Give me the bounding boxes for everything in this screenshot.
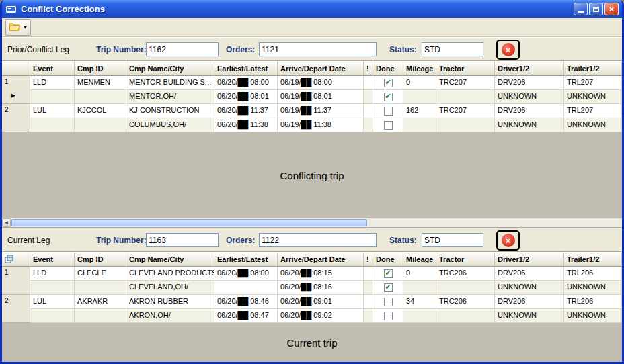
current-cancel-button[interactable]: ×	[496, 230, 520, 251]
done-checkbox[interactable]	[384, 121, 393, 130]
cell-done[interactable]: ✔	[373, 267, 403, 281]
scroll-thumb[interactable]	[11, 219, 367, 226]
col-cmp-id[interactable]: Cmp ID	[75, 252, 126, 267]
cell-empty[interactable]	[403, 90, 436, 104]
cell-trailer2[interactable]: UNKNOWN	[564, 281, 622, 295]
cell-tractor[interactable]: TRC206	[436, 267, 495, 281]
cell-driver2[interactable]: UNKNOWN	[495, 90, 564, 104]
cell-arrive[interactable]: 06/19/██ 08:00	[278, 76, 364, 90]
cell-trailer2[interactable]: UNKNOWN	[564, 90, 622, 104]
cell-cmp-name[interactable]: KJ CONSTRUCTION	[126, 104, 214, 118]
col-cmp-name-city[interactable]: Cmp Name/City	[126, 252, 214, 267]
cell-empty[interactable]	[30, 118, 75, 132]
cell-trailer1[interactable]: TRL207	[564, 104, 622, 118]
col-tractor[interactable]: Tractor	[436, 61, 495, 76]
cell-depart[interactable]: 06/20/██ 09:02	[278, 309, 364, 323]
current-status-input[interactable]	[422, 233, 483, 247]
close-button[interactable]: ×	[604, 3, 619, 15]
cell-done[interactable]: ✔	[373, 281, 403, 295]
cell-latest[interactable]: 06/20/██ 08:01	[214, 90, 278, 104]
row-selector[interactable]: 1	[2, 267, 30, 295]
row-selector[interactable]: 1 ▶	[2, 76, 30, 104]
cell-trailer2[interactable]: UNKNOWN	[564, 118, 622, 132]
done-checkbox[interactable]	[384, 312, 393, 320]
chevron-down-icon[interactable]: ▼	[23, 25, 28, 30]
cell-exclamation[interactable]	[364, 76, 373, 90]
cell-cmp-id[interactable]: MENMEN	[75, 76, 126, 90]
col-tractor[interactable]: Tractor	[436, 252, 495, 267]
cell-arrive[interactable]: 06/20/██ 08:15	[278, 267, 364, 281]
selector-header[interactable]	[2, 61, 30, 76]
cell-cmp-name[interactable]: CLEVELAND PRODUCTS	[126, 267, 214, 281]
prior-status-input[interactable]	[422, 42, 483, 56]
cell-empty[interactable]	[30, 309, 75, 323]
col-event[interactable]: Event	[30, 252, 75, 267]
cell-event[interactable]: LUL	[30, 295, 75, 309]
cell-latest[interactable]: 06/20/██ 11:38	[214, 118, 278, 132]
cell-cmp-id[interactable]: AKRAKR	[75, 295, 126, 309]
cell-done[interactable]	[373, 118, 403, 132]
cell-trailer1[interactable]: TRL206	[564, 267, 622, 281]
cell-earliest[interactable]: 06/20/██ 08:00	[214, 76, 278, 90]
cell-exclamation[interactable]	[364, 267, 373, 281]
cell-depart[interactable]: 06/20/██ 08:16	[278, 281, 364, 295]
cell-exclamation[interactable]	[364, 118, 373, 132]
col-done[interactable]: Done	[373, 61, 403, 76]
cell-depart[interactable]: 06/19/██ 11:38	[278, 118, 364, 132]
cell-latest[interactable]	[214, 281, 278, 295]
selector-header[interactable]	[2, 252, 30, 267]
cell-mileage[interactable]: 34	[403, 295, 436, 309]
cell-done[interactable]: ✔	[373, 76, 403, 90]
cell-empty[interactable]	[30, 281, 75, 295]
cell-empty[interactable]	[436, 309, 495, 323]
cell-driver1[interactable]: DRV206	[495, 104, 564, 118]
col-mileage[interactable]: Mileage	[403, 61, 436, 76]
cell-exclamation[interactable]	[364, 104, 373, 118]
cell-empty[interactable]	[403, 118, 436, 132]
cell-mileage[interactable]: 0	[403, 267, 436, 281]
maximize-button[interactable]	[589, 3, 603, 15]
cell-exclamation[interactable]	[364, 309, 373, 323]
cell-tractor[interactable]: TRC207	[436, 76, 495, 90]
cell-done[interactable]	[373, 309, 403, 323]
cell-empty[interactable]	[30, 90, 75, 104]
cell-done[interactable]	[373, 104, 403, 118]
col-arrive-depart[interactable]: Arrive/Depart Date	[278, 252, 364, 267]
cell-empty[interactable]	[403, 309, 436, 323]
cell-latest[interactable]: 06/20/██ 08:47	[214, 309, 278, 323]
col-trailer[interactable]: Trailer1/2	[564, 252, 622, 267]
cell-city[interactable]: COLUMBUS,OH/	[126, 118, 214, 132]
cell-city[interactable]: AKRON,OH/	[126, 309, 214, 323]
cell-earliest[interactable]: 06/20/██ 08:00	[214, 267, 278, 281]
row-selector[interactable]: 2	[2, 104, 30, 132]
col-mileage[interactable]: Mileage	[403, 252, 436, 267]
cell-earliest[interactable]: 06/20/██ 08:46	[214, 295, 278, 309]
done-checkbox[interactable]: ✔	[384, 79, 393, 87]
cell-city[interactable]: CLEVELAND,OH/	[126, 281, 214, 295]
cell-driver1[interactable]: DRV206	[495, 295, 564, 309]
cell-trailer2[interactable]: UNKNOWN	[564, 309, 622, 323]
col-exclamation[interactable]: !	[364, 61, 373, 76]
col-driver[interactable]: Driver1/2	[495, 252, 564, 267]
title-bar[interactable]: Conflict Corrections ×	[2, 0, 622, 18]
cell-trailer1[interactable]: TRL207	[564, 76, 622, 90]
cell-empty[interactable]	[436, 118, 495, 132]
cell-cmp-id[interactable]: KJCCOL	[75, 104, 126, 118]
cell-tractor[interactable]: TRC206	[436, 295, 495, 309]
cell-exclamation[interactable]	[364, 281, 373, 295]
done-checkbox[interactable]	[384, 107, 393, 116]
cell-city[interactable]: MENTOR,OH/	[126, 90, 214, 104]
done-checkbox[interactable]: ✔	[384, 283, 393, 292]
col-cmp-name-city[interactable]: Cmp Name/City	[126, 61, 214, 76]
col-earliest-latest[interactable]: Earliest/Latest	[214, 61, 278, 76]
cell-driver2[interactable]: UNKNOWN	[495, 118, 564, 132]
cell-exclamation[interactable]	[364, 295, 373, 309]
cell-exclamation[interactable]	[364, 90, 373, 104]
cell-driver2[interactable]: UNKNOWN	[495, 309, 564, 323]
col-event[interactable]: Event	[30, 61, 75, 76]
cell-arrive[interactable]: 06/19/██ 11:37	[278, 104, 364, 118]
cell-mileage[interactable]: 162	[403, 104, 436, 118]
done-checkbox[interactable]: ✔	[384, 269, 393, 278]
prior-orders-input[interactable]	[259, 42, 377, 56]
cell-empty[interactable]	[436, 90, 495, 104]
